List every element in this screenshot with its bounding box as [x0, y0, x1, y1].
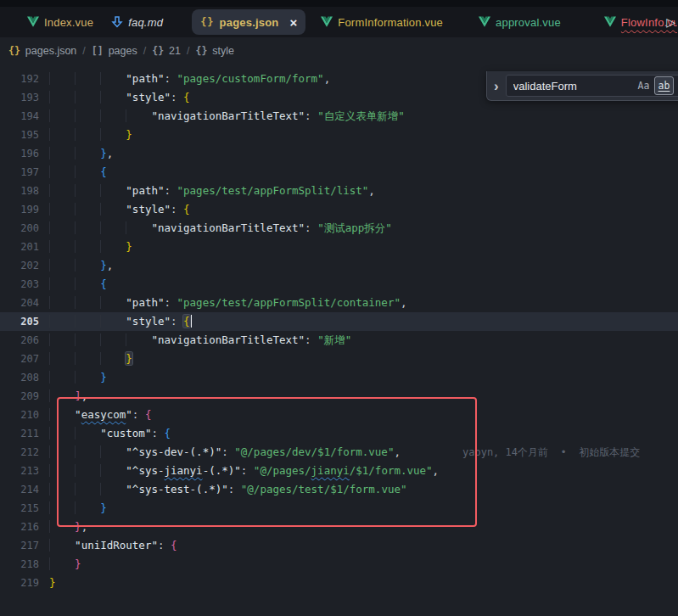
find-collapse-chevron-icon[interactable]: ›	[492, 79, 501, 93]
code-line-text: "path": "pages/test/appFormSplit/list",	[49, 182, 375, 200]
code-line[interactable]: 218 }	[0, 555, 678, 574]
line-number[interactable]: 203	[0, 275, 39, 294]
find-option-Aa[interactable]: Aa	[635, 77, 653, 94]
line-number[interactable]: 206	[0, 331, 39, 350]
code-line[interactable]: 210 "easycom": {	[0, 406, 678, 424]
tab-overflow-chevron-icon[interactable]: ▷	[666, 14, 675, 30]
code-line[interactable]: 207 }	[0, 350, 678, 368]
tab-index-vue[interactable]: Index.vue	[25, 9, 95, 35]
code-line[interactable]: 209 ],	[0, 387, 678, 406]
line-number[interactable]: 198	[0, 182, 39, 200]
code-line[interactable]: 208 }	[0, 368, 678, 387]
code-line[interactable]: 216 },	[0, 518, 678, 536]
title-bar-strip	[0, 0, 678, 7]
code-token: "style"	[126, 203, 171, 216]
line-number[interactable]: 205	[0, 312, 39, 331]
line-number[interactable]: 200	[0, 219, 39, 238]
line-number[interactable]: 217	[0, 536, 39, 555]
indent-guide	[49, 371, 75, 384]
code-line[interactable]: 215 }	[0, 499, 678, 518]
code-line[interactable]: 214 "^sys-test-(.*)": "@/pages/test/$1/f…	[0, 480, 678, 499]
line-number[interactable]: 213	[0, 462, 39, 480]
json-braces-icon: {}	[200, 16, 214, 28]
line-number[interactable]: 202	[0, 256, 39, 275]
line-number[interactable]: 193	[0, 88, 39, 107]
line-number[interactable]: 192	[0, 70, 39, 88]
code-token: "path"	[126, 296, 164, 309]
code-line[interactable]: 217 "uniIdRouter": {	[0, 536, 678, 555]
indent-guide	[49, 501, 75, 514]
indent-guide	[49, 203, 75, 216]
indent-guide	[75, 464, 100, 477]
code-line[interactable]: 200 "navigationBarTitleText": "测试app拆分"	[0, 219, 678, 238]
line-number[interactable]: 207	[0, 350, 39, 368]
editor-tab-bar: Index.vue faq.md{}pages.json× FormInform…	[0, 7, 678, 37]
code-line[interactable]: 212 "^sys-dev-(.*)": "@/pages/dev/$1/for…	[0, 443, 678, 462]
indent-guide	[100, 72, 126, 85]
code-token: {	[171, 539, 177, 552]
line-number[interactable]: 195	[0, 126, 39, 144]
line-number[interactable]: 211	[0, 424, 39, 443]
indent-guide	[49, 221, 75, 234]
line-number[interactable]: 201	[0, 238, 39, 256]
code-token: :	[221, 445, 234, 458]
code-line-current[interactable]: 205 "style": {	[0, 312, 678, 331]
code-token: ,	[394, 445, 401, 458]
line-number[interactable]: 204	[0, 294, 39, 312]
tab-label: Index.vue	[44, 16, 93, 29]
indent-guide	[75, 240, 100, 253]
find-input[interactable]	[507, 80, 608, 92]
line-number[interactable]: 194	[0, 107, 39, 126]
line-number[interactable]: 216	[0, 518, 39, 536]
code-line[interactable]: 198 "path": "pages/test/appFormSplit/lis…	[0, 182, 678, 200]
find-option-ab[interactable]: ab	[654, 76, 674, 95]
breadcrumb-item-pages-json[interactable]: {}pages.json	[8, 45, 76, 57]
breadcrumb-item-pages[interactable]: []pages	[92, 45, 137, 57]
line-number[interactable]: 197	[0, 163, 39, 182]
code-line[interactable]: 204 "path": "pages/test/appFormSplit/con…	[0, 294, 678, 312]
code-line[interactable]: 203 {	[0, 275, 678, 294]
line-number[interactable]: 215	[0, 499, 39, 518]
line-number[interactable]: 212	[0, 443, 39, 462]
line-number[interactable]: 199	[0, 200, 39, 219]
indent-guide	[75, 445, 100, 458]
indent-guide	[75, 128, 100, 141]
code-line[interactable]: 197 {	[0, 163, 678, 182]
code-lines: 192 "path": "pages/customForm/form",193 …	[0, 64, 678, 592]
line-number[interactable]: 210	[0, 406, 39, 424]
line-number[interactable]: 208	[0, 368, 39, 387]
indent-guide	[49, 240, 75, 253]
code-line[interactable]: 206 "navigationBarTitleText": "新增"	[0, 331, 678, 350]
indent-guide	[49, 520, 75, 533]
tab-approval-vue[interactable]: approval.vue	[477, 9, 563, 35]
breadcrumb-item-21[interactable]: {}21	[152, 45, 181, 57]
code-line[interactable]: 195 }	[0, 126, 678, 144]
line-number[interactable]: 218	[0, 555, 39, 574]
code-line-text: "easycom": {	[49, 406, 151, 424]
line-number[interactable]: 196	[0, 144, 39, 163]
squiggle-token: jianyi	[164, 464, 202, 477]
line-number[interactable]: 214	[0, 480, 39, 499]
indent-guide	[100, 128, 126, 141]
code-line[interactable]: 202 },	[0, 256, 678, 275]
code-line-text: },	[49, 518, 87, 536]
line-number[interactable]: 219	[0, 574, 39, 592]
code-line[interactable]: 211 "custom": {	[0, 424, 678, 443]
code-line[interactable]: 213 "^sys-jianyi-(.*)": "@/pages/jianyi/…	[0, 462, 678, 480]
tab-faq-md[interactable]: faq.md	[109, 9, 165, 35]
code-line[interactable]: 219}	[0, 574, 678, 592]
indent-guide	[100, 109, 126, 122]
tab-close-icon[interactable]: ×	[290, 16, 298, 29]
indent-guide	[49, 352, 75, 365]
code-token: :	[164, 184, 177, 197]
breadcrumb-item-style[interactable]: {}style	[195, 45, 234, 57]
tab-pages-json[interactable]: {}pages.json×	[192, 9, 305, 35]
code-line[interactable]: 199 "style": {	[0, 200, 678, 219]
code-line[interactable]: 194 "navigationBarTitleText": "自定义表单新增"	[0, 107, 678, 126]
code-line[interactable]: 196 },	[0, 144, 678, 163]
code-token: "^sys-	[126, 464, 164, 477]
code-line[interactable]: 201 }	[0, 238, 678, 256]
tab-forminformation-vue[interactable]: FormInformation.vue	[319, 9, 445, 35]
line-number[interactable]: 209	[0, 387, 39, 406]
code-editor[interactable]: 192 "path": "pages/customForm/form",193 …	[0, 64, 678, 616]
